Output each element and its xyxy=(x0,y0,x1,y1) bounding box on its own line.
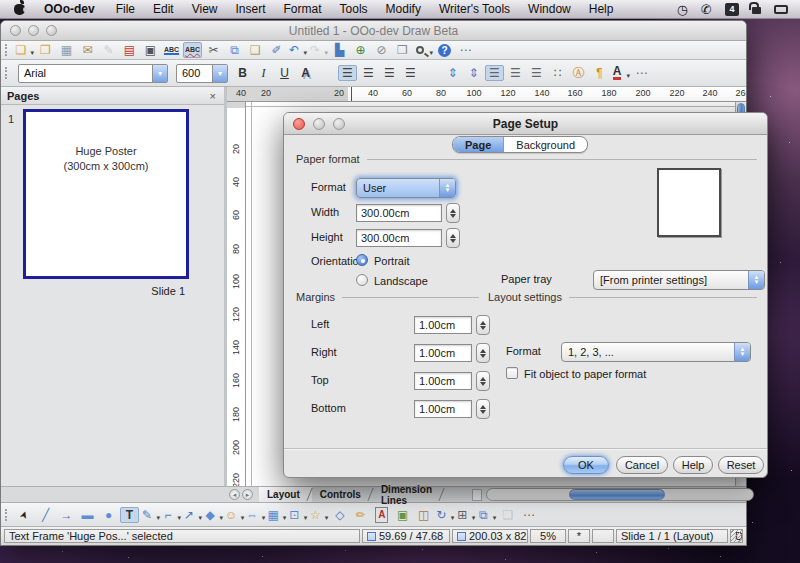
save-button[interactable]: ▦ xyxy=(57,42,76,58)
menu-window[interactable]: Window xyxy=(519,0,580,19)
font-size-combo[interactable]: 600 ▾ xyxy=(176,64,228,83)
chevron-down-icon[interactable]: ▾ xyxy=(212,65,227,82)
bullets-button[interactable]: ∷ xyxy=(548,65,567,81)
align-right-button[interactable]: ☰ xyxy=(380,65,399,81)
paragraph-spacing-button[interactable]: ⇕ xyxy=(464,65,483,81)
shadow-button[interactable]: ❏ xyxy=(498,507,517,523)
menu-file[interactable]: File xyxy=(107,0,144,19)
fit-object-checkbox[interactable] xyxy=(506,367,518,379)
hyperlink-button[interactable]: ⊕ xyxy=(351,42,370,58)
shadow-button[interactable]: A xyxy=(296,65,315,81)
underline-button[interactable]: U xyxy=(275,65,294,81)
toolbar-grip[interactable] xyxy=(5,509,10,521)
close-button[interactable] xyxy=(10,25,21,36)
window-titlebar[interactable]: Untitled 1 - OOo-dev Draw Beta xyxy=(1,21,746,41)
spellcheck-button[interactable]: ABC xyxy=(162,42,181,58)
new-document-button[interactable]: ❏ xyxy=(15,42,34,58)
font-name-combo[interactable]: Arial ▾ xyxy=(18,64,168,83)
arrow-tool[interactable]: → xyxy=(57,507,76,523)
width-field[interactable]: 300.00cm xyxy=(356,204,442,222)
status-position[interactable]: 59.69 / 47.68 xyxy=(362,529,450,543)
modem-status-icon[interactable]: ✆ xyxy=(701,0,712,19)
gallery-button[interactable]: ◫ xyxy=(414,507,433,523)
curve-tool[interactable]: ✎ xyxy=(141,507,160,523)
portrait-radio[interactable] xyxy=(356,254,368,266)
menu-writers-tools[interactable]: Writer's Tools xyxy=(430,0,519,19)
paper-format-popup[interactable]: User ▲▼ xyxy=(356,178,456,198)
width-stepper[interactable] xyxy=(446,203,460,223)
menu-help[interactable]: Help xyxy=(580,0,623,19)
line-tool[interactable]: ╱ xyxy=(36,507,55,523)
ellipse-tool[interactable]: ● xyxy=(99,507,118,523)
italic-button[interactable]: I xyxy=(254,65,273,81)
auto-spellcheck-button[interactable]: ABC xyxy=(183,42,202,58)
margin-stepper[interactable] xyxy=(476,343,490,363)
menu-tools[interactable]: Tools xyxy=(331,0,377,19)
menu-format[interactable]: Format xyxy=(275,0,331,19)
align-justify-button[interactable]: ☰ xyxy=(401,65,420,81)
paper-tray-popup[interactable]: [From printer settings] ▲▼ xyxy=(593,270,765,290)
dialog-titlebar[interactable]: Page Setup xyxy=(284,113,767,135)
align-center-button[interactable]: ☰ xyxy=(359,65,378,81)
tab-layout[interactable]: Layout xyxy=(259,487,312,502)
edit-glue-points-button[interactable]: ✏ xyxy=(351,507,370,523)
paragraph-dialog-button[interactable]: ¶ xyxy=(590,65,609,81)
display-grid-button[interactable]: ❒ xyxy=(393,42,412,58)
height-field[interactable]: 300.00cm xyxy=(356,229,442,247)
toolbar-overflow-button[interactable]: ⋯ xyxy=(456,42,475,58)
edit-points-button[interactable]: ◇ xyxy=(330,507,349,523)
menu-edit[interactable]: Edit xyxy=(144,0,183,19)
time-machine-icon[interactable]: ◷ xyxy=(677,0,688,19)
landscape-radio[interactable] xyxy=(356,274,368,286)
minimize-button[interactable] xyxy=(28,25,39,36)
flowchart-tool[interactable]: ▦ xyxy=(267,507,286,523)
chart-button[interactable]: ▙ xyxy=(330,42,349,58)
undo-button[interactable]: ↶ xyxy=(288,42,307,58)
text-tool[interactable]: T xyxy=(120,507,139,523)
apple-menu[interactable] xyxy=(0,4,35,15)
separator[interactable] xyxy=(422,65,441,81)
help-button[interactable]: ? xyxy=(435,42,454,58)
copy-button[interactable]: ⧉ xyxy=(225,42,244,58)
chevron-down-icon[interactable]: ▾ xyxy=(152,65,167,82)
dialog-tab-background[interactable]: Background xyxy=(504,137,587,152)
menu-insert[interactable]: Insert xyxy=(227,0,275,19)
margin-field[interactable]: 1.00cm xyxy=(414,400,472,418)
pages-panel-header[interactable]: Pages × xyxy=(1,87,224,105)
status-page-style[interactable]: Default xyxy=(730,529,743,543)
paste-button[interactable]: ❑ xyxy=(246,42,265,58)
format-paintbrush-button[interactable]: ✐ xyxy=(267,42,286,58)
line-spacing-button[interactable]: ⇕ xyxy=(443,65,462,81)
edit-file-button[interactable]: ✎ xyxy=(99,42,118,58)
margin-stepper[interactable] xyxy=(476,399,490,419)
menu-view[interactable]: View xyxy=(183,0,227,19)
status-size[interactable]: 200.03 x 82 xyxy=(452,529,528,543)
layout-format-popup[interactable]: 1, 2, 3, ... ▲▼ xyxy=(561,342,751,362)
alignment-button[interactable]: ⊞ xyxy=(456,507,475,523)
spacing-2-button[interactable]: ☰ xyxy=(527,65,546,81)
email-button[interactable]: ✉ xyxy=(78,42,97,58)
menu-modify[interactable]: Modify xyxy=(377,0,430,19)
bold-button[interactable]: B xyxy=(233,65,252,81)
toolbar-grip[interactable] xyxy=(5,67,10,79)
spacing-1-button[interactable]: ☰ xyxy=(485,65,504,81)
scrollbar-box[interactable] xyxy=(472,489,482,501)
keychain-lock-icon[interactable] xyxy=(752,2,761,17)
block-arrows-tool[interactable]: ⇔ xyxy=(246,507,265,523)
ok-button[interactable]: OK xyxy=(563,456,609,474)
lines-arrows-tool[interactable]: ↗ xyxy=(183,507,202,523)
zoom-window-button[interactable] xyxy=(46,25,57,36)
help-button[interactable]: Help xyxy=(673,456,713,474)
redo-button[interactable]: ↷ xyxy=(309,42,328,58)
status-slide[interactable]: Slide 1 / 1 (Layout) xyxy=(616,529,728,543)
export-pdf-button[interactable]: ▤ xyxy=(120,42,139,58)
menu-ooo-dev[interactable]: OOo-dev xyxy=(35,0,107,19)
toolbar-overflow-button[interactable]: ⋯ xyxy=(632,65,651,81)
spaces-icon[interactable]: 4 xyxy=(725,3,739,16)
margin-field[interactable]: 1.00cm xyxy=(414,344,472,362)
margin-stepper[interactable] xyxy=(476,371,490,391)
cancel-button[interactable]: Cancel xyxy=(616,456,668,474)
slide-thumbnail[interactable]: Huge Poster (300cm x 300cm) xyxy=(23,109,189,279)
insert-picture-button[interactable]: ▣ xyxy=(393,507,412,523)
height-stepper[interactable] xyxy=(446,228,460,248)
